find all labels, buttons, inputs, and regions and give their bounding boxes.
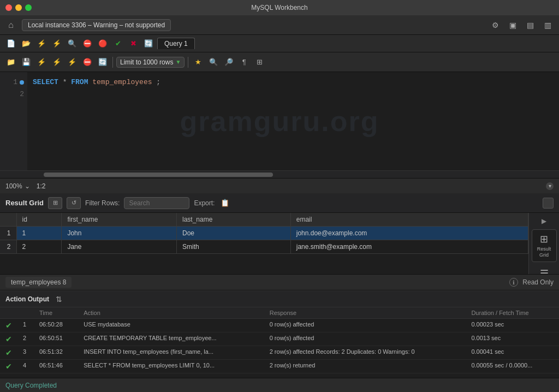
- close-button[interactable]: [5, 4, 12, 11]
- check-icon[interactable]: ✔: [111, 37, 124, 50]
- zoom-value: 100%: [5, 182, 22, 190]
- zoom-arrow: ⌄: [25, 182, 30, 190]
- settings-icon[interactable]: ⚙: [488, 18, 502, 32]
- result-grid-container[interactable]: id first_name last_name email 1 1 John D…: [0, 213, 528, 274]
- code-line-2: [33, 88, 554, 100]
- action-time: 06:51:32: [34, 346, 78, 360]
- run-all-icon[interactable]: ⚡: [35, 56, 48, 69]
- action-row[interactable]: ✔ 1 06:50:28 USE mydatabase 0 row(s) aff…: [0, 319, 559, 332]
- col-rownum: [0, 213, 16, 227]
- cursor-position: 1:2: [37, 182, 46, 190]
- new-file-icon[interactable]: 📄: [4, 37, 17, 50]
- query-tab[interactable]: Query 1: [157, 38, 195, 49]
- action-table-container[interactable]: Time Action Response Duration / Fetch Ti…: [0, 307, 559, 378]
- format-icon[interactable]: ⊞: [253, 56, 266, 69]
- zoom-control[interactable]: 100% ⌄: [5, 182, 30, 190]
- form-editor-button[interactable]: ☰ FormEditor: [532, 264, 557, 274]
- editor-content[interactable]: 1 2 SELECT * FROM temp_employees ;: [0, 72, 559, 170]
- action-row[interactable]: ✔ 2 06:50:51 CREATE TEMPORARY TABLE temp…: [0, 332, 559, 346]
- side-expand-arrow[interactable]: ▶: [542, 217, 546, 225]
- stop-icon[interactable]: 🔍: [66, 37, 79, 50]
- stop-query-icon[interactable]: ⛔: [81, 56, 94, 69]
- limit-dropdown[interactable]: Limit to 1000 rows ▼: [116, 57, 185, 68]
- action-header: Action Output ⇅: [0, 291, 559, 307]
- checkbox[interactable]: [543, 198, 554, 209]
- action-duration: 0.0013 sec: [466, 332, 559, 346]
- connection-label[interactable]: Local instance 3306 – Warning – not supp…: [22, 19, 171, 31]
- bottom-status: Query Completed: [0, 378, 559, 392]
- action-duration: 0.00023 sec: [466, 319, 559, 332]
- result-grid-btn-label: ResultGrid: [537, 246, 551, 258]
- run-selection-icon[interactable]: ⚡: [50, 56, 63, 69]
- action-response: 2 row(s) affected Records: 2 Duplicates:…: [264, 346, 466, 360]
- x-icon[interactable]: ✖: [127, 37, 140, 50]
- layout2-icon[interactable]: ▤: [523, 18, 537, 32]
- code-line-1: SELECT * FROM temp_employees ;: [33, 76, 554, 88]
- result-grid-label: Result Grid: [5, 199, 44, 207]
- cell-email: john.doe@example.com: [290, 227, 528, 240]
- run-icon[interactable]: ⚡: [50, 37, 63, 50]
- result-grid-icon: ⊞: [540, 233, 548, 245]
- refresh2-icon[interactable]: 🔄: [142, 37, 155, 50]
- form-editor-icon: ☰: [540, 268, 549, 274]
- action-response: 0 row(s) affected: [264, 332, 466, 346]
- filter-input[interactable]: [124, 197, 189, 209]
- open-query-icon[interactable]: 📁: [4, 56, 17, 69]
- tab-info: ℹ Read Only: [509, 278, 554, 287]
- status-text: Query Completed: [5, 382, 57, 389]
- action-num: 4: [17, 360, 34, 373]
- col-email: email: [290, 213, 528, 227]
- table-row[interactable]: 2 2 Jane Smith jane.smith@example.com: [0, 240, 528, 254]
- action-response: 0 row(s) affected: [264, 319, 466, 332]
- home-icon[interactable]: ⌂: [4, 19, 17, 32]
- stop2-icon[interactable]: ⛔: [81, 37, 94, 50]
- scrollbar-thumb[interactable]: [44, 173, 273, 177]
- action-header-row: Time Action Response Duration / Fetch Ti…: [0, 307, 559, 319]
- layout3-icon[interactable]: ▥: [540, 18, 555, 32]
- refresh-result-button[interactable]: ↺: [67, 197, 81, 209]
- bookmark-icon[interactable]: ★: [192, 56, 205, 69]
- table-row[interactable]: 1 1 John Doe john.doe@example.com: [0, 227, 528, 240]
- code-area[interactable]: SELECT * FROM temp_employees ;: [27, 72, 559, 170]
- toolbar2: 📄 📂 ⚡ ⚡ 🔍 ⛔ 🔴 ✔ ✖ 🔄 Query 1: [0, 35, 559, 52]
- ah-num: [17, 307, 34, 319]
- layout-icon[interactable]: ▣: [506, 18, 520, 32]
- readonly-label: Read Only: [522, 278, 554, 286]
- indent-icon[interactable]: ¶: [237, 56, 251, 69]
- export-icon[interactable]: 📋: [219, 197, 231, 209]
- action-time: 06:50:28: [34, 319, 78, 332]
- maximize-button[interactable]: [25, 4, 32, 11]
- ah-check: [0, 307, 17, 319]
- debug-icon[interactable]: 🔄: [96, 56, 109, 69]
- query-toolbar: 📁 💾 ⚡ ⚡ ⚡ ⛔ 🔄 Limit to 1000 rows ▼ ★ 🔍 🔎…: [0, 52, 559, 72]
- result-toolbar: Result Grid ⊞ ↺ Filter Rows: Export: 📋: [0, 193, 559, 213]
- action-row[interactable]: ✔ 3 06:51:32 INSERT INTO temp_employees …: [0, 346, 559, 360]
- result-grid-button[interactable]: ⊞ ResultGrid: [532, 229, 557, 262]
- run3-icon[interactable]: ⚡: [66, 56, 79, 69]
- result-tab[interactable]: temp_employees 8: [5, 277, 72, 288]
- info-icon: ℹ: [509, 278, 518, 287]
- grid-view-button[interactable]: ⊞: [48, 197, 62, 209]
- sort-icon[interactable]: ⇅: [56, 295, 62, 304]
- cell-email: jane.smith@example.com: [290, 240, 528, 254]
- result-main: id first_name last_name email 1 1 John D…: [0, 213, 559, 274]
- minimize-button[interactable]: [15, 4, 22, 11]
- collapse-icon[interactable]: ▾: [546, 182, 554, 190]
- export-label: Export:: [194, 199, 215, 207]
- schema-icon[interactable]: 🔴: [96, 37, 109, 50]
- action-action: USE mydatabase: [78, 319, 264, 332]
- action-time: 06:51:46: [34, 360, 78, 373]
- ah-response: Response: [264, 307, 466, 319]
- save-query-icon[interactable]: 💾: [20, 56, 33, 69]
- refresh-icon[interactable]: ⚡: [35, 37, 48, 50]
- horizontal-scrollbar[interactable]: [0, 170, 559, 178]
- action-action: INSERT INTO temp_employees (first_name, …: [78, 346, 264, 360]
- action-row[interactable]: ✔ 4 06:51:46 SELECT * FROM temp_employee…: [0, 360, 559, 373]
- action-response: 2 row(s) returned: [264, 360, 466, 373]
- search-icon[interactable]: 🔍: [207, 56, 220, 69]
- ah-action: Action: [78, 307, 264, 319]
- open-file-icon[interactable]: 📂: [20, 37, 33, 50]
- action-action: SELECT * FROM temp_employees LIMIT 0, 10…: [78, 360, 264, 373]
- menu-bar: ⌂ Local instance 3306 – Warning – not su…: [0, 15, 559, 35]
- find-icon[interactable]: 🔎: [222, 56, 235, 69]
